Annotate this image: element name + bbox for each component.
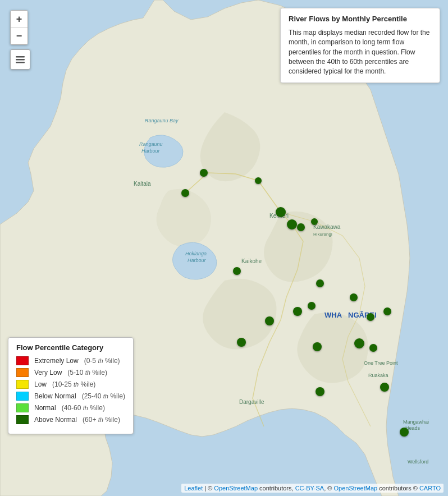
map-dot[interactable] xyxy=(265,316,274,325)
layers-icon xyxy=(15,54,26,65)
legend-range: (40-60 th %ile) xyxy=(62,404,105,412)
svg-text:Dargaville: Dargaville xyxy=(239,399,264,405)
info-box: River Flows by Monthly Percentile This m… xyxy=(280,8,440,83)
svg-text:Kaikohe: Kaikohe xyxy=(241,258,262,264)
leaflet-link[interactable]: Leaflet xyxy=(184,485,203,492)
info-box-title: River Flows by Monthly Percentile xyxy=(289,14,432,25)
legend-label: Extremely Low (0-5 th %ile) xyxy=(34,357,120,365)
osm-link2[interactable]: OpenStreetMap xyxy=(333,485,377,492)
map-container: Rangaunu Bay Rangaunu Harbour Hokianga H… xyxy=(0,0,448,496)
svg-text:Hikurangi: Hikurangi xyxy=(313,232,332,237)
map-dot[interactable] xyxy=(308,302,316,310)
svg-rect-21 xyxy=(16,56,25,58)
map-dot[interactable] xyxy=(400,428,409,437)
map-dot[interactable] xyxy=(354,338,364,348)
osm-link[interactable]: OpenStreetMap xyxy=(214,485,258,492)
legend-item: Normal (40-60 th %ile) xyxy=(16,403,125,412)
map-dot[interactable] xyxy=(297,223,305,231)
map-dot[interactable] xyxy=(255,177,262,184)
map-dot[interactable] xyxy=(200,169,208,177)
svg-text:WHA: WHA xyxy=(324,311,342,319)
map-dot[interactable] xyxy=(311,218,318,225)
legend-label: Above Normal (60+ th %ile) xyxy=(34,416,120,424)
legend-range: (5-10 th %ile) xyxy=(67,369,107,376)
map-dot[interactable] xyxy=(383,307,391,315)
zoom-in-button[interactable]: + xyxy=(11,11,28,27)
map-dot[interactable] xyxy=(316,279,324,287)
svg-text:Wellsford: Wellsford xyxy=(408,459,428,465)
map-dot[interactable] xyxy=(367,313,374,321)
map-dot[interactable] xyxy=(181,189,189,197)
legend-item: Below Normal (25-40 th %ile) xyxy=(16,392,125,401)
svg-text:Rangaunu Bay: Rangaunu Bay xyxy=(145,118,179,123)
legend-title: Flow Percentile Category xyxy=(16,343,125,352)
svg-text:Harbour: Harbour xyxy=(188,258,207,263)
legend-item: Very Low (5-10 th %ile) xyxy=(16,368,125,377)
layer-control-button[interactable] xyxy=(10,49,30,70)
legend-swatch xyxy=(16,368,29,377)
legend-range: (60+ th %ile) xyxy=(83,416,120,424)
legend-swatch xyxy=(16,392,29,401)
map-dot[interactable] xyxy=(276,207,286,217)
svg-text:Kaitaia: Kaitaia xyxy=(134,181,151,187)
map-dot[interactable] xyxy=(237,338,246,347)
legend-swatch xyxy=(16,415,29,424)
legend-items: Extremely Low (0-5 th %ile) Very Low (5-… xyxy=(16,356,125,424)
legend-range: (0-5 th %ile) xyxy=(84,357,120,365)
legend-item: Extremely Low (0-5 th %ile) xyxy=(16,356,125,365)
legend-swatch xyxy=(16,380,29,389)
legend-item: Low (10-25 th %ile) xyxy=(16,380,125,389)
svg-rect-19 xyxy=(16,62,25,63)
legend-range: (25-40 th %ile) xyxy=(82,392,125,400)
map-dot[interactable] xyxy=(350,293,358,301)
svg-text:One Tree Point: One Tree Point xyxy=(364,360,398,366)
map-dot[interactable] xyxy=(233,267,241,275)
info-box-description: This map displays median recorded flow f… xyxy=(289,28,432,77)
carto-link[interactable]: CARTO xyxy=(419,485,441,492)
svg-text:Ruakaka: Ruakaka xyxy=(368,373,388,378)
zoom-controls: + − xyxy=(10,10,28,45)
svg-rect-20 xyxy=(16,59,25,61)
legend-range: (10-25 th %ile) xyxy=(52,380,95,388)
map-dot[interactable] xyxy=(316,387,324,396)
legend-label: Very Low (5-10 th %ile) xyxy=(34,369,107,376)
legend-label: Normal (40-60 th %ile) xyxy=(34,404,105,412)
map-dot[interactable] xyxy=(293,307,302,316)
attribution: Leaflet | © OpenStreetMap contributors, … xyxy=(181,484,444,493)
cc-link[interactable]: CC-BY-SA xyxy=(295,485,324,492)
legend: Flow Percentile Category Extremely Low (… xyxy=(8,337,134,434)
legend-label: Below Normal (25-40 th %ile) xyxy=(34,392,125,400)
map-dot[interactable] xyxy=(369,344,377,352)
svg-text:Mangawhai: Mangawhai xyxy=(403,419,429,425)
zoom-out-button[interactable]: − xyxy=(11,27,28,44)
svg-text:Rangaunu: Rangaunu xyxy=(139,141,163,147)
svg-text:Kawakawa: Kawakawa xyxy=(313,224,341,230)
legend-label: Low (10-25 th %ile) xyxy=(34,380,95,388)
map-dot[interactable] xyxy=(380,383,389,392)
map-dot[interactable] xyxy=(313,342,322,351)
legend-item: Above Normal (60+ th %ile) xyxy=(16,415,125,424)
svg-text:Harbour: Harbour xyxy=(141,148,161,154)
svg-text:Hokianga: Hokianga xyxy=(185,251,207,256)
legend-swatch xyxy=(16,403,29,412)
map-dot[interactable] xyxy=(287,219,297,229)
legend-swatch xyxy=(16,356,29,365)
